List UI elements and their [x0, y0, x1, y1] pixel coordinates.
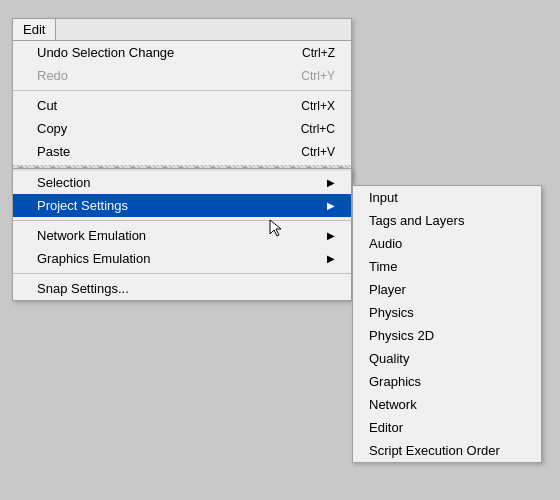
copy-label: Copy	[37, 121, 67, 136]
cut-shortcut: Ctrl+X	[301, 99, 335, 113]
graphics-emulation-arrow-icon: ▶	[327, 253, 335, 264]
copy-shortcut: Ctrl+C	[301, 122, 335, 136]
main-menu[interactable]: Selection ▶ Project Settings ▶ Network E…	[12, 168, 352, 301]
network-emulation-item[interactable]: Network Emulation ▶	[13, 224, 351, 247]
separator-1	[13, 90, 351, 91]
player-label: Player	[369, 282, 406, 297]
submenu-audio[interactable]: Audio	[353, 232, 541, 255]
tags-and-layers-label: Tags and Layers	[369, 213, 464, 228]
project-settings-label: Project Settings	[37, 198, 128, 213]
submenu-editor[interactable]: Editor	[353, 416, 541, 439]
input-label: Input	[369, 190, 398, 205]
selection-item[interactable]: Selection ▶	[13, 171, 351, 194]
paste-label: Paste	[37, 144, 70, 159]
copy-item[interactable]: Copy Ctrl+C	[13, 117, 351, 140]
redo-item[interactable]: Redo Ctrl+Y	[13, 64, 351, 87]
graphics-label: Graphics	[369, 374, 421, 389]
physics-2d-label: Physics 2D	[369, 328, 434, 343]
cut-label: Cut	[37, 98, 57, 113]
selection-label: Selection	[37, 175, 90, 190]
graphics-emulation-item[interactable]: Graphics Emulation ▶	[13, 247, 351, 270]
undo-label: Undo Selection Change	[37, 45, 174, 60]
time-label: Time	[369, 259, 397, 274]
selection-arrow-icon: ▶	[327, 177, 335, 188]
edit-menu[interactable]: Edit Undo Selection Change Ctrl+Z Redo C…	[12, 18, 352, 182]
cut-item[interactable]: Cut Ctrl+X	[13, 94, 351, 117]
quality-label: Quality	[369, 351, 409, 366]
separator-2	[13, 220, 351, 221]
edit-tab[interactable]: Edit	[13, 19, 56, 40]
submenu-network[interactable]: Network	[353, 393, 541, 416]
project-settings-item[interactable]: Project Settings ▶	[13, 194, 351, 217]
paste-shortcut: Ctrl+V	[301, 145, 335, 159]
physics-label: Physics	[369, 305, 414, 320]
submenu-time[interactable]: Time	[353, 255, 541, 278]
editor-label: Editor	[369, 420, 403, 435]
submenu-graphics[interactable]: Graphics	[353, 370, 541, 393]
audio-label: Audio	[369, 236, 402, 251]
submenu-script-execution-order[interactable]: Script Execution Order	[353, 439, 541, 462]
submenu-player[interactable]: Player	[353, 278, 541, 301]
network-emulation-label: Network Emulation	[37, 228, 146, 243]
project-settings-arrow-icon: ▶	[327, 200, 335, 211]
undo-shortcut: Ctrl+Z	[302, 46, 335, 60]
submenu-tags-and-layers[interactable]: Tags and Layers	[353, 209, 541, 232]
snap-settings-item[interactable]: Snap Settings...	[13, 277, 351, 300]
project-settings-submenu[interactable]: Input Tags and Layers Audio Time Player …	[352, 185, 542, 463]
redo-shortcut: Ctrl+Y	[301, 69, 335, 83]
submenu-physics[interactable]: Physics	[353, 301, 541, 324]
network-label: Network	[369, 397, 417, 412]
submenu-physics-2d[interactable]: Physics 2D	[353, 324, 541, 347]
snap-settings-label: Snap Settings...	[37, 281, 129, 296]
network-emulation-arrow-icon: ▶	[327, 230, 335, 241]
redo-label: Redo	[37, 68, 68, 83]
script-execution-order-label: Script Execution Order	[369, 443, 500, 458]
paste-item[interactable]: Paste Ctrl+V	[13, 140, 351, 163]
separator-3	[13, 273, 351, 274]
graphics-emulation-label: Graphics Emulation	[37, 251, 150, 266]
submenu-quality[interactable]: Quality	[353, 347, 541, 370]
undo-item[interactable]: Undo Selection Change Ctrl+Z	[13, 41, 351, 64]
submenu-input[interactable]: Input	[353, 186, 541, 209]
